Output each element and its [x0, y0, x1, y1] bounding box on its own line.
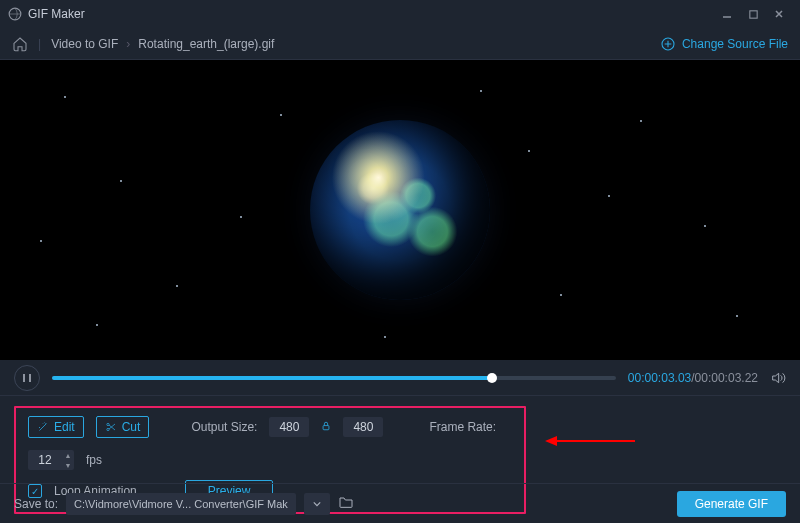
svg-rect-5 [324, 426, 330, 430]
preview-canvas [0, 60, 800, 360]
preview-content [310, 120, 490, 300]
breadcrumbs: Video to GIF › Rotating_earth_(large).gi… [51, 37, 274, 51]
arrow-left-icon [545, 434, 635, 448]
footer-bar: Save to: Generate GIF [0, 483, 800, 523]
time-total: /00:00:03.22 [691, 371, 758, 385]
change-source-file-button[interactable]: Change Source File [660, 36, 788, 52]
folder-icon [338, 495, 354, 509]
save-to-label: Save to: [14, 497, 58, 511]
app-logo-icon [8, 7, 22, 21]
plus-circle-icon [660, 36, 676, 52]
cut-button[interactable]: Cut [96, 416, 150, 438]
close-icon [773, 8, 785, 20]
annotation-arrow [545, 434, 635, 448]
crumb-video-to-gif[interactable]: Video to GIF [51, 37, 118, 51]
svg-marker-7 [545, 436, 557, 446]
home-icon [12, 36, 28, 52]
timeline-progress [52, 376, 492, 380]
play-pause-button[interactable] [14, 365, 40, 391]
lock-aspect-button[interactable] [321, 420, 331, 434]
title-bar: GIF Maker [0, 0, 800, 28]
app-title: GIF Maker [8, 7, 85, 21]
time-display: 00:00:03.03/00:00:03.22 [628, 371, 758, 385]
change-source-file-label: Change Source File [682, 37, 788, 51]
close-button[interactable] [766, 4, 792, 24]
frame-rate-down[interactable]: ▼ [62, 460, 74, 470]
frame-rate-input[interactable] [28, 450, 62, 470]
magic-wand-icon [37, 421, 49, 433]
timeline-slider[interactable] [52, 376, 616, 380]
svg-rect-1 [749, 10, 756, 17]
frame-rate-up[interactable]: ▲ [62, 450, 74, 460]
save-path-dropdown[interactable] [304, 493, 330, 515]
breadcrumb-bar: | Video to GIF › Rotating_earth_(large).… [0, 28, 800, 60]
app-title-text: GIF Maker [28, 7, 85, 21]
maximize-button[interactable] [740, 4, 766, 24]
output-width-input[interactable] [269, 417, 309, 437]
minimize-icon [721, 8, 733, 20]
time-current: 00:00:03.03 [628, 371, 691, 385]
home-button[interactable] [12, 36, 28, 52]
crumb-filename[interactable]: Rotating_earth_(large).gif [138, 37, 274, 51]
minimize-button[interactable] [714, 4, 740, 24]
frame-rate-unit: fps [86, 453, 102, 467]
volume-button[interactable] [770, 370, 786, 386]
playback-bar: 00:00:03.03/00:00:03.22 [0, 360, 800, 396]
maximize-icon [748, 9, 759, 20]
generate-gif-button[interactable]: Generate GIF [677, 491, 786, 517]
chevron-down-icon [313, 501, 321, 507]
timeline-handle[interactable] [487, 373, 497, 383]
frame-rate-stepper[interactable]: ▲ ▼ [28, 450, 74, 470]
edit-button[interactable]: Edit [28, 416, 84, 438]
pause-icon [22, 373, 32, 383]
open-folder-button[interactable] [338, 495, 354, 512]
lock-icon [321, 420, 331, 432]
save-path-input[interactable] [66, 493, 296, 515]
scissors-icon [105, 421, 117, 433]
frame-rate-label: Frame Rate: [429, 420, 496, 434]
output-size-label: Output Size: [191, 420, 257, 434]
volume-icon [770, 370, 786, 386]
output-height-input[interactable] [343, 417, 383, 437]
chevron-right-icon: › [126, 37, 130, 51]
